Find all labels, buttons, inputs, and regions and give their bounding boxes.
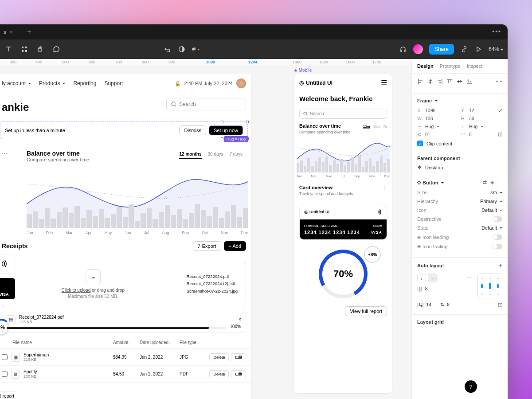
selection-handle[interactable] xyxy=(246,121,249,123)
more-icon[interactable]: ⋮ xyxy=(381,184,387,191)
undo-icon[interactable] xyxy=(164,45,172,53)
comment-tool-icon[interactable] xyxy=(52,45,60,53)
prop-pad-v[interactable]: 8 xyxy=(447,302,450,307)
align-bottom-icon[interactable] xyxy=(466,78,472,84)
delete-button[interactable]: Delete xyxy=(209,370,229,378)
new-tab-icon[interactable]: + xyxy=(27,28,31,36)
add-autolayout-icon[interactable]: + xyxy=(499,262,502,269)
view-full-report-button[interactable]: View full report xyxy=(345,306,387,316)
direction-wrap-icon[interactable]: ⋯ xyxy=(464,274,473,282)
close-icon[interactable]: × xyxy=(239,317,241,322)
chart-more-icon[interactable]: ⋯ xyxy=(0,150,9,156)
link-icon[interactable] xyxy=(460,45,468,53)
prop-icon-trailing-toggle[interactable] xyxy=(493,244,502,249)
nav-products[interactable]: Products xyxy=(39,80,65,86)
frame-section-title[interactable]: Frame xyxy=(417,98,502,103)
detach-instance-icon[interactable]: ◈ xyxy=(490,180,494,185)
prop-icon[interactable]: Default xyxy=(481,207,502,213)
layout-grid-title[interactable]: Layout grid xyxy=(417,319,502,325)
search-input[interactable]: Search xyxy=(166,98,246,110)
frame-desktop[interactable]: ly account Products Reporting Support 🔒 … xyxy=(0,74,251,399)
parent-component-link[interactable]: ❖Desktop xyxy=(417,164,502,170)
prop-hierarchy[interactable]: Primary xyxy=(480,199,502,204)
tab-design[interactable]: Design xyxy=(417,63,434,69)
mask-tool-icon[interactable] xyxy=(192,45,200,53)
prop-hug-h[interactable]: Hug xyxy=(469,124,477,129)
selection-handle[interactable] xyxy=(221,137,223,140)
design-canvas[interactable]: 300 400 500 600 700 800 900 1098 1204 14… xyxy=(0,59,411,399)
prop-destructive-toggle[interactable] xyxy=(493,216,502,222)
m-tab-12m[interactable]: 12m xyxy=(363,125,370,129)
tab-12-months[interactable]: 12 months xyxy=(179,152,201,159)
prop-w[interactable]: 106 xyxy=(425,116,433,121)
setup-now-button[interactable]: Set up now xyxy=(209,125,243,135)
tab-name[interactable]: s xyxy=(4,29,6,35)
zoom-dropdown[interactable]: 64% xyxy=(489,46,503,52)
align-vcenter-icon[interactable] xyxy=(456,78,462,84)
headphones-icon[interactable] xyxy=(399,45,407,53)
play-icon[interactable] xyxy=(474,45,482,53)
share-button[interactable]: Share xyxy=(429,44,454,55)
more-icon[interactable]: ⋯ xyxy=(497,180,502,185)
distribute-icon[interactable] xyxy=(496,78,502,84)
nav-account[interactable]: ly account xyxy=(2,80,31,86)
align-top-icon[interactable] xyxy=(446,78,453,84)
prop-rotation[interactable]: 0° xyxy=(425,132,430,137)
tab-prototype[interactable]: Prototype xyxy=(440,63,461,69)
prop-pad-h[interactable]: 14 xyxy=(426,302,431,307)
nav-support[interactable]: Support xyxy=(104,80,123,86)
delete-button[interactable]: Delete xyxy=(209,353,229,361)
tab-inspect[interactable]: Inspect xyxy=(467,63,482,69)
tab-30-days[interactable]: 30 days xyxy=(208,152,223,156)
prop-icon-leading-toggle[interactable] xyxy=(493,235,502,240)
mobile-search-input[interactable]: Search xyxy=(299,109,387,119)
text-tool-icon[interactable] xyxy=(4,45,12,53)
prop-state[interactable]: Default xyxy=(481,225,502,231)
frame-mobile[interactable]: ◎Untitled UI ☰ Welcome back, Frankie Sea… xyxy=(294,74,392,393)
prop-hug-w[interactable]: Hug xyxy=(425,124,434,129)
sort-down-icon[interactable]: ↓ xyxy=(170,340,172,345)
upload-dropzone[interactable]: ☁︎ Click to upload or drag and drop Maxi… xyxy=(2,261,246,307)
prop-radius[interactable]: 8 xyxy=(469,132,472,137)
resize-to-fit-icon[interactable]: ⤢ xyxy=(498,108,502,113)
selection-handle[interactable] xyxy=(221,121,223,123)
edit-button[interactable]: Edit xyxy=(231,370,246,378)
prop-gap[interactable]: 8 xyxy=(425,286,428,291)
m-tab-30d[interactable]: 30d xyxy=(374,125,379,129)
row-checkbox[interactable] xyxy=(2,354,8,360)
alignment-grid[interactable] xyxy=(477,274,502,298)
m-tab-7d[interactable]: 7d xyxy=(383,125,387,129)
window-more-icon[interactable]: ••• xyxy=(492,28,501,35)
prop-y[interactable]: 12 xyxy=(469,108,474,113)
tab-7-days[interactable]: 7 days xyxy=(230,152,243,156)
nav-reporting[interactable]: Reporting xyxy=(73,80,96,86)
edit-button[interactable]: Edit xyxy=(231,353,246,361)
row-checkbox[interactable] xyxy=(2,371,8,377)
close-tab-icon[interactable]: × xyxy=(10,29,13,35)
swap-instance-icon[interactable]: ⇄ xyxy=(483,180,487,185)
independent-corners-icon[interactable]: ◫ xyxy=(498,131,502,137)
export-button[interactable]: ⤴Export xyxy=(193,241,221,251)
prop-size[interactable]: sm xyxy=(490,190,502,195)
dismiss-button[interactable]: Dismiss xyxy=(179,125,206,135)
contrast-icon[interactable] xyxy=(178,45,186,53)
prop-x[interactable]: 1098 xyxy=(425,108,435,113)
user-avatar-icon[interactable] xyxy=(413,44,423,54)
add-button[interactable]: + Add xyxy=(224,241,246,251)
component-tool-icon[interactable] xyxy=(20,45,28,53)
prop-h[interactable]: 36 xyxy=(469,116,474,121)
hand-tool-icon[interactable] xyxy=(36,45,44,53)
direction-vertical-icon[interactable]: ↓ xyxy=(417,274,426,282)
align-right-icon[interactable] xyxy=(437,78,443,84)
help-button[interactable]: ? xyxy=(465,380,477,393)
align-left-icon[interactable] xyxy=(417,78,423,84)
clip-content-checkbox[interactable]: ✓ xyxy=(417,141,423,146)
independent-padding-icon[interactable]: ◫ xyxy=(498,302,502,310)
align-hcenter-icon[interactable] xyxy=(427,78,433,84)
menu-icon[interactable]: ☰ xyxy=(381,78,387,87)
frame-label-mobile[interactable]: ◈ Mobile xyxy=(294,68,312,73)
profile-avatar-icon[interactable] xyxy=(236,78,246,88)
direction-horizontal-icon[interactable]: → xyxy=(428,274,437,282)
component-name[interactable]: ◇ Button xyxy=(417,180,444,185)
full-report-button-partial[interactable]: ull report xyxy=(0,391,18,399)
